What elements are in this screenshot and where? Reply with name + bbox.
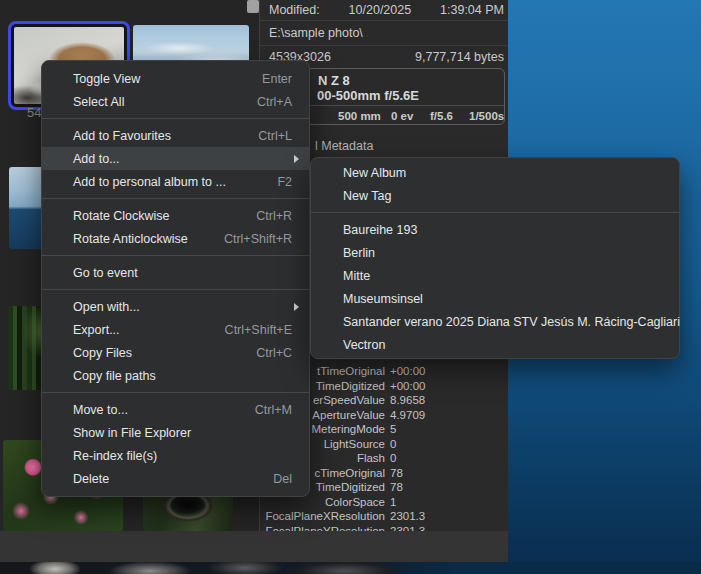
submenu-item-vectron[interactable]: Vectron (311, 333, 679, 356)
submenu-item-label: New Album (343, 166, 406, 180)
exif-value: 8.9658 (390, 394, 425, 406)
menu-item-label: Move to... (73, 403, 128, 417)
menu-item-label: Add to personal album to ... (73, 175, 226, 189)
shutter-speed: 1/500s (469, 108, 504, 125)
add-to-submenu: New Album New Tag Baureihe 193 Berlin Mi… (310, 157, 680, 359)
metadata-section-header: l Metadata (315, 139, 373, 153)
menu-item-add-to-personal-album[interactable]: Add to personal album to ...F2 (42, 170, 309, 193)
menu-item-label: Add to Favourites (73, 129, 171, 143)
menu-item-label: Re-index file(s) (73, 449, 157, 463)
context-menu: Toggle ViewEnter Select AllCtrl+A Add to… (41, 60, 310, 497)
menu-item-label: Add to... (73, 152, 120, 166)
submenu-item-label: New Tag (343, 189, 391, 203)
exif-value: 78 (390, 481, 403, 493)
submenu-arrow-icon (294, 303, 299, 311)
menu-separator (42, 255, 309, 256)
menu-item-go-to-event[interactable]: Go to event (42, 261, 309, 284)
menu-item-shortcut: Ctrl+R (256, 209, 301, 223)
menu-item-label: Copy file paths (73, 369, 156, 383)
menu-separator (42, 289, 309, 290)
menu-item-rotate-anticlockwise[interactable]: Rotate AnticlockwiseCtrl+Shift+R (42, 227, 309, 250)
menu-item-label: Toggle View (73, 72, 140, 86)
menu-item-label: Show in File Explorer (73, 426, 191, 440)
submenu-item-santander[interactable]: Santander verano 2025 Diana STV Jesús M.… (311, 310, 679, 333)
menu-item-label: Delete (73, 472, 109, 486)
menu-item-label: Export... (73, 323, 120, 337)
menu-item-export[interactable]: Export...Ctrl+Shift+E (42, 318, 309, 341)
menu-item-copy-file-paths[interactable]: Copy file paths (42, 364, 309, 387)
menu-item-shortcut: F2 (277, 175, 301, 189)
menu-separator (311, 212, 679, 213)
exif-key: ColorSpace (259, 496, 385, 508)
menu-item-shortcut: Ctrl+L (258, 129, 301, 143)
menu-item-open-with[interactable]: Open with... (42, 295, 309, 318)
menu-item-shortcut: Enter (262, 72, 301, 86)
menu-separator (42, 118, 309, 119)
wallpaper-rocks (0, 562, 460, 574)
menu-item-label: Open with... (73, 300, 140, 314)
menu-item-show-in-file-explorer[interactable]: Show in File Explorer (42, 421, 309, 444)
camera-model: N Z 8 (318, 73, 350, 88)
submenu-item-label: Berlin (343, 246, 375, 260)
exif-value: 0 (390, 452, 396, 464)
window-bottom-bar (0, 531, 508, 562)
submenu-item-museumsinsel[interactable]: Museumsinsel (311, 287, 679, 310)
menu-item-label: Select All (73, 95, 124, 109)
menu-separator (42, 392, 309, 393)
exif-value: 5 (390, 423, 396, 435)
menu-item-toggle-view[interactable]: Toggle ViewEnter (42, 67, 309, 90)
exif-value: 1 (390, 496, 396, 508)
exif-row: FocalPlaneXResolution2301.3 (259, 509, 505, 524)
menu-item-select-all[interactable]: Select AllCtrl+A (42, 90, 309, 113)
submenu-item-label: Museumsinsel (343, 292, 423, 306)
menu-item-label: Copy Files (73, 346, 132, 360)
modified-label: Modified: (269, 3, 320, 17)
aperture: f/5.6 (430, 108, 453, 125)
exif-value: 4.9709 (390, 409, 425, 421)
exposure-comp: 0 ev (391, 108, 413, 125)
camera-lens: 00-500mm f/5.6E (317, 88, 419, 103)
file-path: E:\sample photo\ (269, 26, 363, 40)
submenu-item-label: Santander verano 2025 Diana STV Jesús M.… (343, 315, 680, 329)
menu-item-add-to[interactable]: Add to... (42, 147, 309, 170)
exif-value: 2301.3 (390, 510, 425, 522)
menu-item-shortcut: Ctrl+Shift+R (224, 232, 301, 246)
menu-item-shortcut: Del (273, 472, 301, 486)
focal-length: 500 mm (338, 108, 381, 125)
submenu-arrow-icon (294, 155, 299, 163)
exif-value: 78 (390, 467, 403, 479)
submenu-item-new-tag[interactable]: New Tag (311, 184, 679, 207)
exif-value: +00:00 (390, 365, 426, 377)
menu-item-label: Rotate Anticlockwise (73, 232, 188, 246)
menu-item-shortcut: Ctrl+A (257, 95, 301, 109)
menu-item-shortcut: Ctrl+M (255, 403, 301, 417)
menu-item-add-to-favourites[interactable]: Add to FavouritesCtrl+L (42, 124, 309, 147)
modified-time: 1:39:04 PM (440, 3, 504, 17)
submenu-item-berlin[interactable]: Berlin (311, 241, 679, 264)
exif-key: FocalPlaneXResolution (259, 510, 385, 522)
submenu-item-mitte[interactable]: Mitte (311, 264, 679, 287)
submenu-item-label: Vectron (343, 338, 385, 352)
modified-row: Modified: 10/20/2025 1:39:04 PM (260, 0, 508, 21)
submenu-item-new-album[interactable]: New Album (311, 161, 679, 184)
menu-item-shortcut: Ctrl+C (256, 346, 301, 360)
menu-item-shortcut: Ctrl+Shift+E (225, 323, 301, 337)
menu-item-rotate-clockwise[interactable]: Rotate ClockwiseCtrl+R (42, 204, 309, 227)
file-size: 9,777,714 bytes (415, 50, 504, 64)
menu-item-copy-files[interactable]: Copy FilesCtrl+C (42, 341, 309, 364)
menu-item-move-to[interactable]: Move to...Ctrl+M (42, 398, 309, 421)
menu-item-reindex-files[interactable]: Re-index file(s) (42, 444, 309, 467)
submenu-item-label: Baureihe 193 (343, 223, 417, 237)
menu-item-label: Go to event (73, 266, 138, 280)
menu-separator (42, 198, 309, 199)
scrollbar-thumb[interactable] (247, 0, 259, 13)
exif-value: 0 (390, 438, 396, 450)
submenu-item-baureihe-193[interactable]: Baureihe 193 (311, 218, 679, 241)
submenu-item-label: Mitte (343, 269, 370, 283)
modified-date: 10/20/2025 (349, 3, 412, 17)
exif-value: +00:00 (390, 380, 426, 392)
menu-item-delete[interactable]: DeleteDel (42, 467, 309, 490)
file-path-row: E:\sample photo\ (260, 21, 508, 46)
menu-item-label: Rotate Clockwise (73, 209, 170, 223)
